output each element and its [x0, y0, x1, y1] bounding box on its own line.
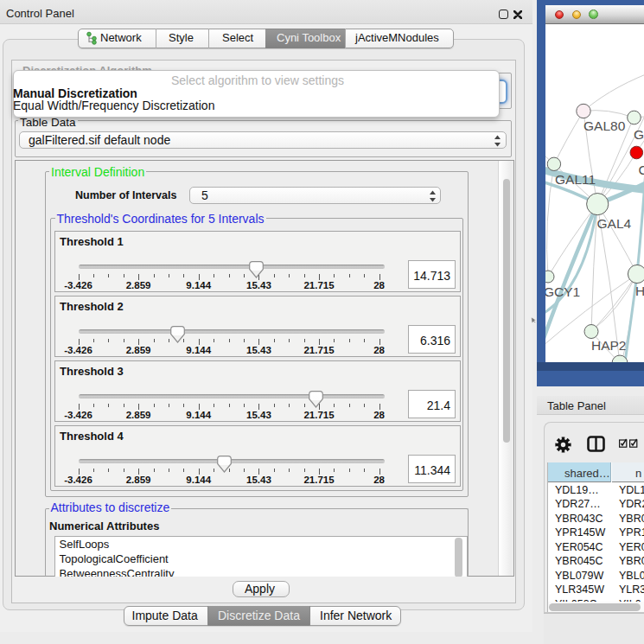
svg-text:GAL11: GAL11	[555, 172, 596, 187]
svg-text:GAL4: GAL4	[597, 216, 632, 231]
svg-text:HAP2: HAP2	[591, 338, 627, 353]
svg-text:H: H	[635, 284, 644, 298]
svg-text:GAL80: GAL80	[583, 118, 626, 133]
svg-text:GCY1: GCY1	[545, 284, 580, 299]
svg-text:C: C	[639, 163, 644, 177]
svg-text:GA: GA	[634, 127, 644, 142]
